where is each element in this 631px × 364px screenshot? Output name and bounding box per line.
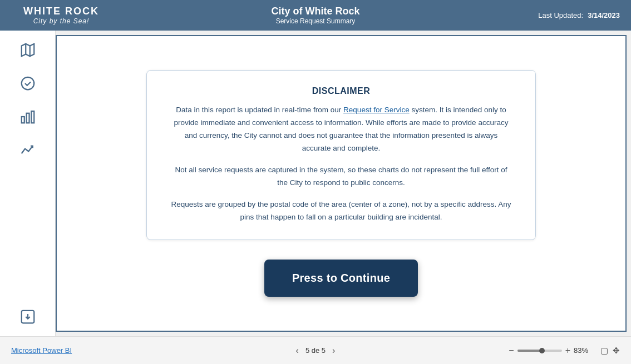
zoom-controls: − + 83% (509, 346, 588, 356)
powerbi-link[interactable]: Microsoft Power BI (11, 346, 72, 355)
report-title: City of White Rock (271, 6, 359, 17)
fit-page-icon[interactable]: ▢ (600, 346, 608, 356)
footer-icons: ▢ ✥ (600, 346, 620, 356)
last-updated-label: Last Updated: (538, 11, 583, 19)
pagination: ‹ 5 de 5 › (296, 346, 336, 356)
disclaimer-title: DISCLAIMER (169, 86, 513, 96)
press-to-continue-button[interactable]: Press to Continue (264, 260, 418, 297)
zoom-out-button[interactable]: − (509, 346, 514, 356)
content-pane: DISCLAIMER Data in this report is update… (56, 35, 627, 332)
svg-rect-4 (26, 113, 29, 123)
disclaimer-paragraph1: Data in this report is updated in real-t… (169, 104, 513, 155)
header-logo: WHITE ROCK City by the Sea! (11, 6, 111, 25)
footer: Microsoft Power BI ‹ 5 de 5 › − + 83% ▢ … (0, 336, 631, 364)
next-page-button[interactable]: › (332, 346, 335, 356)
zoom-in-button[interactable]: + (565, 346, 570, 356)
header-center: City of White Rock Service Request Summa… (271, 6, 359, 25)
disclaimer-box: DISCLAIMER Data in this report is update… (146, 70, 536, 240)
svg-point-2 (21, 77, 34, 90)
disclaimer-paragraph3: Requests are grouped by the postal code … (169, 198, 513, 224)
request-for-service-link[interactable]: Request for Service (343, 106, 410, 114)
svg-rect-3 (21, 117, 24, 123)
checklist-icon[interactable] (17, 72, 39, 94)
city-name: WHITE ROCK (23, 6, 99, 17)
svg-rect-5 (31, 111, 34, 123)
page-indicator: 5 de 5 (305, 346, 326, 355)
footer-right: − + 83% ▢ ✥ (509, 346, 620, 356)
report-subtitle: Service Request Summary (271, 17, 359, 25)
last-updated-date: 3/14/2023 (588, 11, 620, 19)
fullscreen-icon[interactable]: ✥ (613, 346, 620, 356)
zoom-slider[interactable] (517, 350, 562, 352)
sidebar (0, 31, 56, 336)
zoom-value: 83% (574, 346, 588, 355)
disclaimer-paragraph2: Not all service requests are captured in… (169, 164, 513, 190)
city-tagline: City by the Sea! (33, 17, 90, 25)
prev-page-button[interactable]: ‹ (296, 346, 299, 356)
trend-icon[interactable] (17, 139, 39, 161)
header-right: Last Updated: 3/14/2023 (538, 11, 620, 19)
main-area: DISCLAIMER Data in this report is update… (0, 31, 631, 336)
header: WHITE ROCK City by the Sea! City of Whit… (0, 0, 631, 31)
map-icon[interactable] (17, 39, 39, 61)
bar-chart-icon[interactable] (17, 106, 39, 128)
export-icon[interactable] (17, 306, 39, 328)
